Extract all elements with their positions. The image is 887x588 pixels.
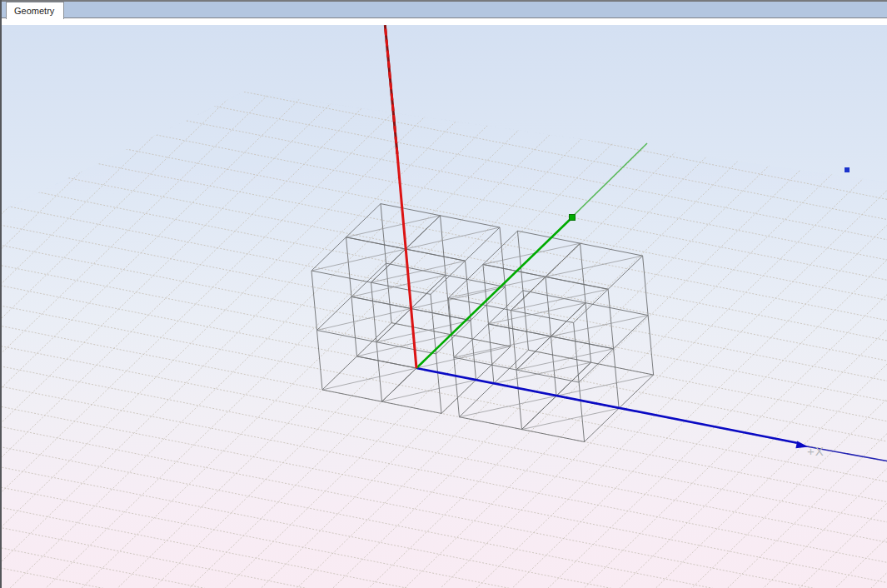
window-left-border — [0, 0, 2, 588]
tab-content-edge — [0, 19, 887, 25]
tab-bar: Geometry — [0, 2, 887, 18]
x-axis-label: +X — [807, 444, 825, 458]
geometry-3d-viewport[interactable]: +X — [0, 25, 887, 588]
y-axis-arrow-marker — [570, 215, 576, 221]
application-window: Geometry +X — [0, 0, 887, 588]
sky-ground-gradient — [0, 25, 887, 588]
scene-canvas[interactable]: +X — [0, 25, 887, 588]
point-marker[interactable] — [845, 167, 850, 172]
tab-geometry[interactable]: Geometry — [6, 2, 64, 19]
tab-geometry-label: Geometry — [14, 6, 54, 16]
